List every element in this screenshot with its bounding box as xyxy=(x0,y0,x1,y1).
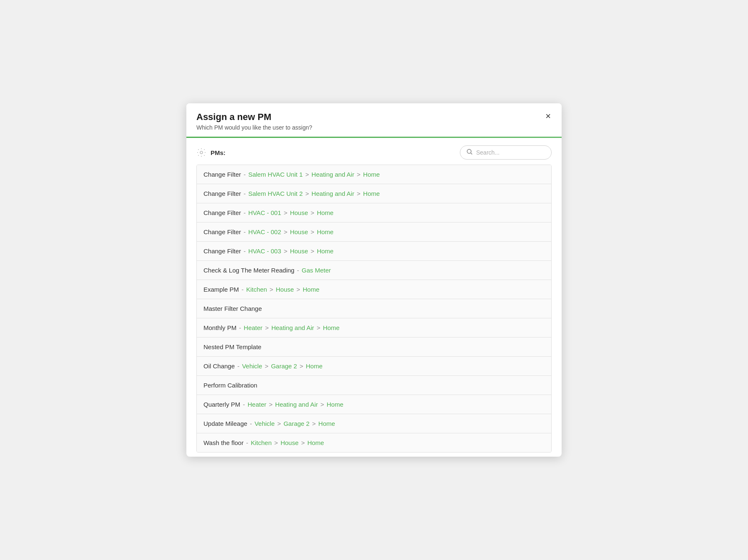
svg-line-2 xyxy=(471,153,472,155)
pm-list-item[interactable]: Change Filter - HVAC - 003 > House > Hom… xyxy=(197,242,551,261)
modal-subtitle: Which PM would you like the user to assi… xyxy=(196,124,552,131)
assign-pm-modal: Assign a new PM Which PM would you like … xyxy=(186,103,562,457)
modal-header: Assign a new PM Which PM would you like … xyxy=(186,103,562,131)
search-wrapper xyxy=(460,145,552,160)
pm-list-item[interactable]: Oil Change - Vehicle > Garage 2 > Home xyxy=(197,357,551,376)
pm-list-item[interactable]: Change Filter - Salem HVAC Unit 1 > Heat… xyxy=(197,165,551,184)
pm-list-item[interactable]: Check & Log The Meter Reading - Gas Mete… xyxy=(197,261,551,280)
pm-list-item[interactable]: Master Filter Change xyxy=(197,299,551,318)
svg-point-0 xyxy=(200,151,203,154)
pm-list-item[interactable]: Update Mileage - Vehicle > Garage 2 > Ho… xyxy=(197,414,551,433)
loading-icon xyxy=(196,148,206,158)
modal-title: Assign a new PM xyxy=(196,112,552,122)
pm-list-item[interactable]: Wash the floor - Kitchen > House > Home xyxy=(197,433,551,452)
pm-list-scroll[interactable]: Change Filter - Salem HVAC Unit 1 > Heat… xyxy=(196,165,552,452)
pm-list-item[interactable]: Quarterly PM - Heater > Heating and Air … xyxy=(197,395,551,414)
svg-point-1 xyxy=(467,149,471,153)
toolbar: PMs: xyxy=(196,145,552,160)
pm-list-item[interactable]: Change Filter - HVAC - 001 > House > Hom… xyxy=(197,203,551,222)
pm-list-item[interactable]: Example PM - Kitchen > House > Home xyxy=(197,280,551,299)
pm-list: Change Filter - Salem HVAC Unit 1 > Heat… xyxy=(196,165,552,452)
pm-list-item[interactable]: Change Filter - HVAC - 002 > House > Hom… xyxy=(197,222,551,242)
search-icon xyxy=(466,148,473,157)
search-input[interactable] xyxy=(476,149,545,156)
close-button[interactable]: × xyxy=(543,111,553,122)
modal-body: PMs: Change Filter - Salem HVAC Unit 1 >… xyxy=(186,138,562,457)
pm-label: PMs: xyxy=(211,149,226,156)
pm-list-item[interactable]: Perform Calibration xyxy=(197,376,551,395)
pm-list-item[interactable]: Nested PM Template xyxy=(197,338,551,357)
pm-list-item[interactable]: Monthly PM - Heater > Heating and Air > … xyxy=(197,318,551,338)
pm-list-item[interactable]: Change Filter - Salem HVAC Unit 2 > Heat… xyxy=(197,184,551,203)
